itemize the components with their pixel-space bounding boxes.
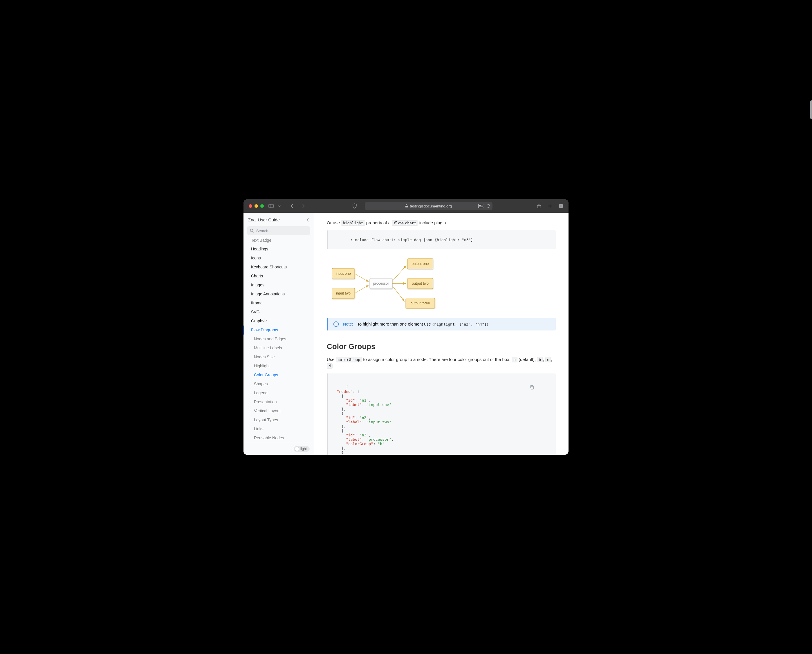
toggle-knob — [295, 446, 299, 451]
svg-text:output two: output two — [412, 281, 429, 286]
svg-text:input two: input two — [336, 291, 350, 295]
svg-rect-35 — [531, 386, 534, 389]
browser-window: testingisdocumenting.org — [243, 199, 569, 455]
svg-text:processor: processor — [373, 281, 389, 286]
new-tab-icon[interactable] — [547, 204, 552, 208]
note-label: Note: — [343, 322, 353, 326]
svg-rect-0 — [269, 204, 274, 208]
svg-line-14 — [253, 232, 254, 232]
note-callout: Note: To highlight more than one element… — [327, 318, 556, 330]
sidebar-icon[interactable] — [268, 203, 274, 209]
sidebar-item-charts[interactable]: Charts — [243, 272, 314, 281]
sidebar-item-iframe[interactable]: Iframe — [243, 299, 314, 307]
svg-rect-3 — [478, 204, 484, 208]
sidebar-item-svg[interactable]: SVG — [243, 307, 314, 316]
sidebar-item-color-groups[interactable]: Color Groups — [243, 371, 314, 379]
theme-toggle[interactable]: light — [294, 446, 310, 452]
back-button[interactable] — [289, 203, 295, 209]
sidebar-item-images[interactable]: Images — [243, 281, 314, 290]
section-heading-color-groups: Color Groups — [327, 342, 556, 351]
sidebar-item-highlight[interactable]: Highlight — [243, 362, 314, 371]
reader-icon[interactable] — [478, 204, 484, 208]
url-text: testingisdocumenting.org — [410, 204, 452, 208]
main-content: Or use highlight property of a flow-char… — [314, 213, 569, 455]
search-placeholder: Search... — [256, 229, 271, 233]
sidebar-item-shapes[interactable]: Shapes — [243, 379, 314, 388]
search-input[interactable]: Search... — [247, 226, 310, 235]
sidebar-item-reusable-nodes[interactable]: Reusable Nodes — [243, 434, 314, 443]
collapse-sidebar-button[interactable] — [307, 218, 309, 222]
sidebar-nav: Text BadgeHeadingsIconsKeyboard Shortcut… — [243, 238, 314, 443]
include-snippet-text: :include-flow-chart: simple-dag.json {hi… — [350, 238, 473, 242]
svg-point-34 — [336, 322, 336, 323]
svg-rect-12 — [561, 206, 563, 208]
sidebar-item-multiline-labels[interactable]: Multiline Labels — [243, 344, 314, 353]
sidebar-item-icons[interactable]: Icons — [243, 254, 314, 263]
svg-rect-2 — [405, 206, 408, 208]
inline-code-colorgroup: colorGroup — [336, 357, 362, 362]
minimize-window-button[interactable] — [254, 204, 258, 208]
sidebar-toggle-group — [268, 203, 282, 209]
url-bar[interactable]: testingisdocumenting.org — [365, 202, 492, 210]
note-text: To highlight more than one element use {… — [357, 322, 489, 326]
svg-rect-9 — [559, 204, 561, 206]
sidebar-item-headings[interactable]: Headings — [243, 244, 314, 254]
close-window-button[interactable] — [249, 204, 252, 208]
titlebar: testingisdocumenting.org — [243, 199, 569, 213]
share-icon[interactable] — [537, 203, 541, 209]
search-icon — [250, 229, 254, 233]
svg-point-13 — [251, 229, 253, 232]
json-code-block: { "nodes": [ { "id": "n1", "label": "inp… — [327, 373, 556, 455]
sidebar-item-legend[interactable]: Legend — [243, 388, 314, 397]
sidebar: Znai User Guide Search... Text BadgeHead… — [243, 213, 314, 455]
intro-paragraph: Or use highlight property of a flow-char… — [327, 220, 556, 226]
copy-button[interactable] — [530, 376, 552, 398]
theme-label: light — [300, 447, 307, 451]
note-code: {highlight: ["n3", "n4"]} — [432, 322, 489, 326]
reload-icon[interactable] — [486, 204, 490, 208]
include-snippet-block: :include-flow-chart: simple-dag.json {hi… — [327, 231, 556, 249]
sidebar-item-nodes-and-edges[interactable]: Nodes and Edges — [243, 335, 314, 344]
nav-arrows — [289, 203, 307, 209]
sidebar-item-links[interactable]: Links — [243, 425, 314, 434]
sidebar-item-text-badge[interactable]: Text Badge — [243, 238, 314, 244]
svg-line-27 — [355, 274, 369, 282]
chevron-down-icon[interactable] — [276, 203, 282, 209]
sidebar-item-keyboard-shortcuts[interactable]: Keyboard Shortcuts — [243, 263, 314, 272]
info-icon — [333, 321, 339, 327]
svg-text:output one: output one — [411, 262, 429, 266]
sidebar-item-flow-diagrams[interactable]: Flow Diagrams — [243, 325, 314, 335]
svg-rect-10 — [561, 204, 563, 206]
sidebar-item-graphviz[interactable]: Graphviz — [243, 316, 314, 325]
svg-text:input one: input one — [336, 272, 350, 276]
maximize-window-button[interactable] — [260, 204, 264, 208]
window-controls — [249, 204, 264, 208]
svg-rect-4 — [479, 205, 481, 206]
svg-line-28 — [355, 285, 369, 293]
color-groups-paragraph: Use colorGroup to assign a color group t… — [327, 356, 556, 369]
sidebar-item-presentation[interactable]: Presentation — [243, 397, 314, 406]
sidebar-item-layout-types[interactable]: Layout Types — [243, 416, 314, 425]
sidebar-item-image-annotations[interactable]: Image Annotations — [243, 290, 314, 299]
lock-icon — [405, 204, 408, 208]
sidebar-title: Znai User Guide — [248, 217, 280, 222]
shield-icon[interactable] — [352, 203, 358, 209]
forward-button[interactable] — [300, 203, 307, 209]
inline-code-flowchart: flow-chart — [392, 220, 418, 226]
flow-diagram: input one input two processor output one… — [330, 257, 556, 309]
tabs-icon[interactable] — [559, 204, 563, 208]
inline-code-highlight: highlight — [341, 220, 365, 226]
svg-text:output three: output three — [411, 301, 430, 305]
sidebar-item-vertical-layout[interactable]: Vertical Layout — [243, 406, 314, 416]
svg-rect-11 — [559, 206, 561, 208]
svg-line-31 — [392, 286, 405, 301]
svg-line-29 — [392, 266, 406, 281]
sidebar-item-nodes-size[interactable]: Nodes Size — [243, 353, 314, 362]
